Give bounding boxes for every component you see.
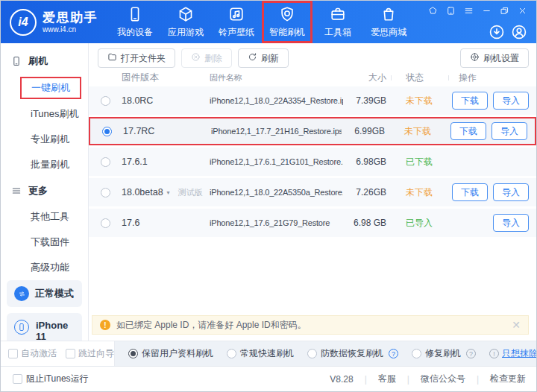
support-link[interactable]: 客服 (378, 373, 396, 385)
account-button[interactable] (511, 24, 527, 40)
nav-item-apps[interactable]: 应用游戏 (160, 1, 211, 43)
nav-item-smart-flash[interactable]: 智能刷机 (262, 1, 313, 43)
firmware-name: iPhone12,1_17.7_21H16_Restore.ipsw (211, 127, 342, 136)
maximize-button[interactable] (500, 6, 509, 16)
firmware-row[interactable]: 18.0RCiPhone12,1_18.0_22A3354_Restore.ip… (89, 86, 536, 115)
import-button[interactable]: 导入 (493, 183, 529, 201)
firmware-status: 未下载 (389, 125, 447, 138)
firmware-row[interactable]: 17.6iPhone12,1_17.6_21G79_Restore6.98 GB… (89, 209, 536, 237)
checkbox-indicator (66, 349, 75, 358)
radio-indicator (227, 349, 236, 358)
erase-data-link[interactable]: 只想抹除数据? (502, 347, 537, 360)
wechat-official-link[interactable]: 微信公众号 (421, 373, 465, 385)
nav-item-device[interactable]: 我的设备 (110, 1, 160, 43)
keep-data-flash-radio[interactable]: 保留用户资料刷机 (128, 347, 213, 360)
sidebar-item[interactable]: 高级功能 (1, 255, 88, 280)
status-badge: 未下载 (404, 126, 431, 136)
nav-item-store[interactable]: 爱思商城 (363, 1, 414, 43)
status-badge: 未下载 (406, 95, 433, 106)
import-button[interactable]: 导入 (493, 92, 529, 110)
radio-cell (90, 127, 123, 136)
normal-fast-flash-radio[interactable]: 常规快速刷机 (227, 347, 294, 360)
import-button[interactable]: 导入 (492, 122, 527, 140)
theme-icon[interactable] (428, 6, 438, 16)
chevron-down-icon[interactable]: ▾ (167, 189, 170, 196)
apps-icon (178, 6, 194, 22)
sidebar-item[interactable]: 下载固件 (1, 230, 88, 255)
device-name: iPhone 11 (36, 320, 75, 342)
firmware-version: 18.0beta8▾测试版 (122, 187, 210, 198)
firmware-status: 已下载 (391, 156, 448, 168)
sidebar-item[interactable]: 其他工具 (1, 204, 88, 230)
row-actions: 下载导入 (448, 92, 529, 110)
block-itunes-checkbox[interactable]: 阻止iTunes运行 (13, 373, 89, 385)
menu-icon (11, 186, 22, 196)
nav-item-toolbox[interactable]: 工具箱 (313, 1, 363, 43)
feedback-icon[interactable] (446, 6, 456, 16)
separator: | (477, 374, 479, 385)
help-icon[interactable]: ? (389, 349, 398, 358)
sidebar-section-title: 刷机 (1, 48, 88, 75)
header-name: 固件名称 (210, 72, 343, 83)
firmware-radio[interactable] (101, 188, 110, 197)
header-size: 大小 (343, 72, 391, 84)
radio-cell (89, 96, 122, 106)
flash-settings-button[interactable]: 刷机设置 (460, 48, 529, 68)
version-label: V8.28 (330, 374, 353, 385)
download-button[interactable]: 下载 (452, 183, 488, 201)
menu-icon[interactable] (464, 6, 474, 16)
firmware-version: 17.7RC (123, 126, 211, 136)
erase-info-icon[interactable]: ! (489, 349, 499, 358)
download-button[interactable]: 下载 (450, 122, 486, 140)
sidebar-item[interactable]: 一键刷机 (1, 75, 88, 101)
nav-item-ringtone[interactable]: 铃声壁纸 (211, 1, 262, 43)
firmware-radio[interactable] (101, 218, 110, 228)
repair-flash-radio[interactable]: 修复刷机? (412, 347, 476, 360)
sidebar-section-label: 刷机 (28, 54, 48, 68)
help-icon[interactable]: ? (466, 349, 476, 358)
sidebar-item[interactable]: 专业刷机 (1, 127, 88, 152)
download-button[interactable]: 下载 (452, 92, 488, 110)
checkbox-indicator (13, 374, 22, 384)
skip-setup-checkbox[interactable]: 跳过向导 (66, 347, 114, 360)
app-window: i4 爱思助手 www.i4.cn 我的设备应用游戏铃声壁纸智能刷机工具箱爱思商… (0, 0, 537, 392)
minimize-button[interactable] (482, 6, 492, 16)
firmware-name: iPhone12,1_17.6_21G79_Restore (210, 218, 343, 227)
sidebar-item[interactable]: iTunes刷机 (1, 101, 88, 127)
mode-label: 正常模式 (35, 287, 74, 300)
folder-icon (107, 52, 117, 64)
radio-indicator (412, 349, 421, 358)
annotation-box: 一键刷机 (20, 77, 81, 99)
firmware-toolbar: 打开文件夹 删除 刷新 刷机设置 (89, 43, 536, 69)
close-button[interactable] (518, 6, 527, 16)
sidebar-item[interactable]: 批量刷机 (1, 152, 88, 177)
refresh-button[interactable]: 刷新 (238, 48, 289, 68)
download-manager-button[interactable] (489, 24, 505, 40)
header-version: 固件版本 (122, 72, 210, 84)
nav-item-label: 铃声壁纸 (219, 26, 254, 39)
checkbox-label: 自动激活 (21, 347, 57, 360)
options-checkboxes: 自动激活跳过向导 (1, 341, 115, 366)
open-folder-button[interactable]: 打开文件夹 (98, 48, 175, 68)
auto-activate-checkbox[interactable]: 自动激活 (8, 347, 57, 360)
delete-button[interactable]: 删除 (181, 48, 232, 68)
device-icon (127, 6, 143, 22)
import-button[interactable]: 导入 (493, 214, 529, 232)
firmware-radio[interactable] (101, 96, 110, 106)
firmware-version-text: 18.0RC (122, 95, 153, 106)
normal-mode-button[interactable]: 正常模式 (7, 280, 82, 307)
beta-badge: 测试版 (178, 187, 203, 198)
firmware-radio[interactable] (101, 157, 110, 167)
firmware-row[interactable]: 17.6.1iPhone12,1_17.6.1_21G101_Restore.i… (89, 148, 536, 176)
firmware-radio[interactable] (102, 127, 112, 136)
radio-cell (89, 157, 122, 167)
anti-recovery-flash-radio[interactable]: 防数据恢复刷机? (307, 347, 398, 360)
sidebar-section-label: 更多 (28, 184, 48, 197)
notice-close-icon[interactable]: ✕ (512, 319, 521, 331)
warning-icon: ! (100, 320, 110, 330)
firmware-version-text: 17.6.1 (122, 157, 148, 167)
header-actions: 操作 (448, 72, 529, 84)
check-update-link[interactable]: 检查更新 (490, 373, 526, 385)
firmware-row[interactable]: 17.7RCiPhone12,1_17.7_21H16_Restore.ipsw… (89, 117, 536, 145)
firmware-row[interactable]: 18.0beta8▾测试版iPhone12,1_18.0_22A5350a_Re… (89, 178, 536, 206)
